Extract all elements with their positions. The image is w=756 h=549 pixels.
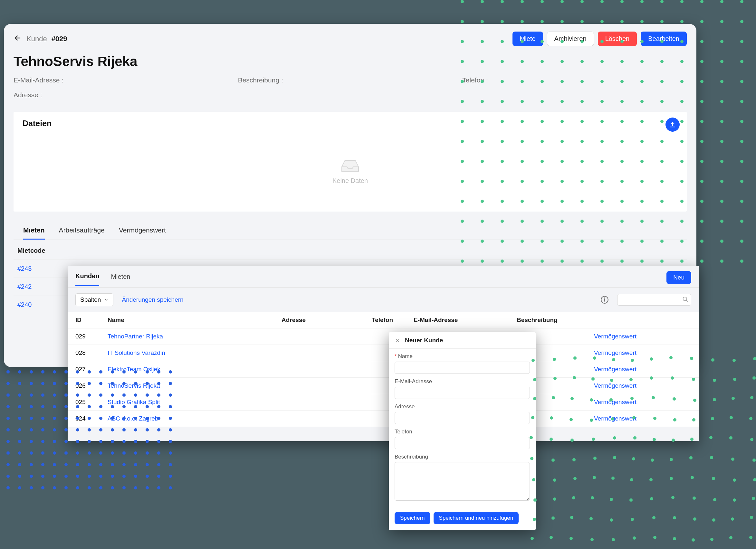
files-card: Dateien Keine Daten	[14, 112, 687, 212]
inbox-icon	[340, 157, 360, 173]
col-rentcode: Mietcode	[17, 247, 79, 255]
description-textarea[interactable]	[395, 462, 530, 501]
rent-code-link[interactable]: #243	[17, 265, 32, 272]
edit-button[interactable]: Bearbeiten	[641, 32, 687, 46]
phone-label: Telefon :	[462, 76, 687, 84]
asset-link[interactable]: Vermögenswert	[594, 349, 691, 356]
field-email-label: E-Mail-Adresse	[395, 378, 530, 385]
save-button[interactable]: Speichern	[395, 512, 430, 524]
cell-id: 025	[75, 399, 108, 406]
table-row: 026TehnoServis RijekaVermögenswert	[68, 378, 699, 394]
field-desc-label: Beschreibung	[395, 454, 530, 460]
archive-button[interactable]: Archivieren	[547, 32, 594, 46]
chevron-down-icon	[104, 297, 109, 302]
modal-title: Neuer Kunde	[405, 337, 443, 344]
cell-id: 027	[75, 366, 108, 373]
table-row: 027ElektroTeam OsijekVermögenswert	[68, 361, 699, 378]
tab-list-rentals[interactable]: Mieten	[111, 273, 130, 285]
breadcrumb-label: Kunde	[26, 35, 47, 43]
cell-id: 024	[75, 415, 108, 422]
detail-tabs: Mieten Arbeitsaufträge Vermögenswert	[14, 217, 687, 240]
save-and-new-button[interactable]: Speichern und neu hinzufügen	[434, 512, 519, 524]
asset-link[interactable]: Vermögenswert	[594, 399, 691, 406]
asset-link[interactable]: Vermögenswert	[594, 333, 691, 340]
field-name-label: *Name	[395, 353, 530, 360]
description-label: Beschreibung :	[238, 76, 463, 84]
cell-id: 026	[75, 382, 108, 389]
table-row: 028IT Solutions VaraždinVermögenswert	[68, 345, 699, 361]
customer-list-panel: Kunden Mieten Neu Spalten Änderungen spe…	[68, 266, 699, 441]
upload-button[interactable]	[665, 118, 680, 132]
cell-name-link[interactable]: ABC d.o.o. Zagreb	[108, 415, 282, 422]
field-address-label: Adresse	[395, 403, 530, 410]
table-row: 024ABC d.o.o. ZagrebVermögenswert	[68, 410, 699, 427]
field-phone-label: Telefon	[395, 429, 530, 435]
breadcrumb: Kunde #029	[14, 34, 67, 44]
files-heading: Dateien	[23, 119, 678, 128]
empty-text: Keine Daten	[332, 177, 368, 184]
columns-select-label: Spalten	[80, 296, 101, 303]
cell-id: 028	[75, 349, 108, 356]
search-box	[617, 294, 691, 305]
back-arrow-icon[interactable]	[14, 34, 22, 44]
address-label: Adresse :	[14, 91, 687, 99]
files-empty-state: Keine Daten	[23, 157, 678, 185]
rent-code-link[interactable]: #240	[17, 301, 32, 308]
delete-button[interactable]: Löschen	[598, 32, 637, 46]
new-button[interactable]: Neu	[666, 271, 691, 284]
cell-name-link[interactable]: ElektroTeam Osijek	[108, 366, 282, 373]
tab-customers[interactable]: Kunden	[75, 273, 99, 286]
address-input[interactable]	[395, 412, 530, 424]
cell-name-link[interactable]: Studio Grafika Split	[108, 399, 282, 406]
svg-line-4	[686, 300, 688, 302]
new-customer-modal: Neuer Kunde *Name E-Mail-Adresse Adresse…	[389, 332, 536, 530]
col-address: Adresse	[282, 316, 372, 323]
tab-assets[interactable]: Vermögenswert	[119, 226, 166, 240]
email-label: E-Mail-Adresse :	[14, 76, 238, 84]
search-input[interactable]	[617, 294, 691, 305]
col-id: ID	[75, 316, 108, 323]
svg-point-3	[683, 297, 687, 301]
col-phone: Telefon	[372, 316, 414, 323]
cell-name-link[interactable]: TehnoPartner Rijeka	[108, 333, 282, 340]
tab-workorders[interactable]: Arbeitsaufträge	[59, 226, 105, 240]
table-row: 025Studio Grafika SplitVermögenswert	[68, 394, 699, 410]
cell-name-link[interactable]: IT Solutions Varaždin	[108, 349, 282, 356]
asset-link[interactable]: Vermögenswert	[594, 382, 691, 389]
name-input[interactable]	[395, 361, 530, 374]
customers-grid: ID Name Adresse Telefon E-Mail-Adresse B…	[68, 312, 699, 427]
col-email: E-Mail-Adresse	[414, 316, 517, 323]
rent-button[interactable]: Miete	[512, 32, 543, 46]
table-row: 029TehnoPartner RijekaVermögenswert	[68, 328, 699, 345]
save-changes-link[interactable]: Änderungen speichern	[122, 296, 183, 303]
asset-link[interactable]: Vermögenswert	[594, 415, 691, 422]
breadcrumb-id: #029	[52, 35, 67, 43]
phone-input[interactable]	[395, 437, 530, 449]
email-input[interactable]	[395, 387, 530, 399]
page-title: TehnoServis Rijeka	[4, 46, 696, 74]
asset-link[interactable]: Vermögenswert	[594, 366, 691, 373]
svg-point-2	[604, 298, 605, 298]
close-icon[interactable]	[395, 337, 400, 343]
columns-select[interactable]: Spalten	[75, 293, 113, 306]
tab-rentals[interactable]: Mieten	[23, 226, 45, 240]
col-desc: Beschreibung	[517, 316, 594, 323]
col-name: Name	[108, 316, 282, 323]
cell-id: 029	[75, 333, 108, 340]
cell-name-link[interactable]: TehnoServis Rijeka	[108, 382, 282, 389]
rent-code-link[interactable]: #242	[17, 283, 32, 290]
info-icon[interactable]	[600, 295, 609, 304]
search-icon[interactable]	[682, 296, 689, 303]
